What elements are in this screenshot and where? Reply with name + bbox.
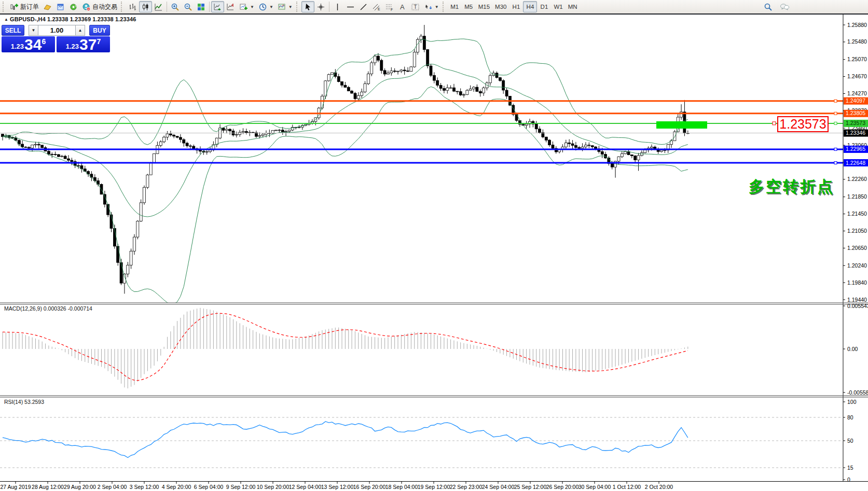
market-depth-button[interactable] [41, 1, 54, 12]
svg-text:0.005543: 0.005543 [847, 303, 868, 309]
sell-button[interactable]: SELL [2, 25, 24, 36]
templates-dropdown-button[interactable]: ▼ [275, 1, 295, 12]
line-chart-button[interactable] [152, 1, 165, 12]
svg-text:1.25070: 1.25070 [847, 56, 867, 62]
channel-tool-button[interactable]: E [370, 1, 383, 12]
svg-text:1.24270: 1.24270 [847, 90, 867, 96]
market-depth-icon [43, 3, 52, 11]
toolbar-separator [167, 2, 167, 12]
svg-text:1.24670: 1.24670 [847, 73, 867, 79]
bar-chart-icon [128, 3, 137, 11]
buy-price-big: 37 [79, 37, 97, 52]
search-button[interactable] [762, 1, 775, 12]
crosshair-tool-button[interactable] [314, 1, 327, 12]
toolbar-separator [329, 2, 329, 12]
zoom-in-button[interactable] [169, 1, 182, 12]
volume-input[interactable] [38, 25, 75, 36]
tile-windows-button[interactable] [195, 1, 208, 12]
svg-text:80: 80 [847, 414, 853, 420]
svg-text:19 Sep 12:00: 19 Sep 12:00 [418, 484, 450, 490]
horizontal-line-icon [346, 3, 355, 11]
buy-button[interactable]: BUY [89, 25, 110, 36]
periods-dropdown-button[interactable]: ▼ [256, 1, 275, 12]
timeframe-h1-button[interactable]: H1 [509, 1, 523, 12]
chart-canvas[interactable]: 1.258801.254801.250701.246701.242701.238… [0, 15, 868, 491]
symbol-header: ▲GBPUSD-,H4 1.23338 1.23369 1.23338 1.23… [4, 16, 136, 22]
svg-text:1.25880: 1.25880 [847, 22, 867, 28]
timeframe-w1-button[interactable]: W1 [551, 1, 565, 12]
svg-text:28 Aug 12:00: 28 Aug 12:00 [32, 484, 64, 490]
svg-text:1.22648: 1.22648 [846, 160, 865, 166]
text-label-icon: T [411, 3, 420, 11]
svg-text:1.19440: 1.19440 [847, 297, 867, 303]
svg-text:1.23346: 1.23346 [846, 130, 865, 136]
horizontal-line-tool-button[interactable] [344, 1, 357, 12]
volume-decrease-button[interactable]: ▼ [29, 25, 38, 36]
svg-text:15: 15 [847, 465, 853, 471]
timeframe-d1-button[interactable]: D1 [537, 1, 551, 12]
autotrading-label: 自动交易 [92, 3, 117, 11]
sell-price-big: 34 [24, 37, 42, 52]
vertical-line-tool-button[interactable] [331, 1, 344, 12]
symbol-ohlc-text: GBPUSD-,H4 1.23338 1.23369 1.23338 1.233… [10, 16, 136, 22]
new-order-button[interactable]: 新订单 [8, 1, 41, 12]
volume-increase-button[interactable]: ▲ [75, 25, 85, 36]
arrows-dropdown-button[interactable]: ▼ [422, 1, 441, 12]
svg-text:10 Sep 20:00: 10 Sep 20:00 [257, 484, 290, 490]
svg-text:0.00: 0.00 [847, 346, 858, 352]
svg-text:100: 100 [847, 399, 857, 405]
data-window-button[interactable] [54, 1, 67, 12]
text-label-tool-button[interactable]: T [409, 1, 422, 12]
arrow-objects-icon [424, 3, 433, 11]
svg-text:A: A [400, 3, 405, 11]
timeframe-m15-button[interactable]: M15 [476, 1, 492, 12]
svg-text:24 Sep 04:00: 24 Sep 04:00 [482, 484, 515, 490]
toolbar-grip [296, 2, 300, 12]
text-tool-button[interactable]: A [396, 1, 409, 12]
svg-text:25 Sep 12:00: 25 Sep 12:00 [514, 484, 547, 490]
indicators-icon [239, 3, 248, 11]
symbol-collapse-icon[interactable]: ▲ [4, 17, 8, 22]
auto-scroll-button[interactable] [211, 1, 224, 12]
turning-point-annotation: 多空转折点 [749, 176, 834, 198]
chat-button[interactable] [778, 1, 792, 12]
sell-quote-button[interactable]: 1.23346 [2, 36, 55, 52]
timeframe-mn-button[interactable]: MN [566, 1, 580, 12]
svg-text:12 Sep 04:00: 12 Sep 04:00 [289, 484, 322, 490]
svg-text:18 Sep 04:00: 18 Sep 04:00 [385, 484, 418, 490]
svg-text:3 Sep 12:00: 3 Sep 12:00 [130, 484, 159, 490]
strategy-navigator-button[interactable] [67, 1, 80, 12]
sell-price-small: 1.23 [11, 43, 24, 50]
svg-text:9 Sep 12:00: 9 Sep 12:00 [226, 484, 256, 490]
svg-text:16 Sep 20:00: 16 Sep 20:00 [353, 484, 386, 490]
search-icon [764, 3, 773, 11]
chat-icon [780, 3, 790, 11]
bar-chart-button[interactable] [126, 1, 139, 12]
svg-text:-0.005583: -0.005583 [847, 389, 868, 396]
trendline-tool-button[interactable] [357, 1, 370, 12]
svg-text:1.20650: 1.20650 [847, 245, 867, 251]
chart-shift-icon [226, 3, 235, 11]
buy-quote-button[interactable]: 1.23377 [57, 36, 110, 52]
autotrading-icon [82, 3, 91, 11]
timeframe-m30-button[interactable]: M30 [492, 1, 509, 12]
indicators-dropdown-button[interactable]: ▼ [237, 1, 256, 12]
svg-text:1.22965: 1.22965 [846, 146, 865, 152]
timeframe-m1-button[interactable]: M1 [448, 1, 462, 12]
equidistant-channel-icon: E [372, 3, 381, 11]
periods-clock-icon [258, 3, 267, 11]
buy-price-small: 1.23 [66, 43, 79, 50]
price-callout-box: 1.23573 [777, 116, 829, 132]
svg-text:22 Sep 23:00: 22 Sep 23:00 [450, 484, 483, 490]
svg-text:1.22260: 1.22260 [847, 176, 867, 182]
autotrading-button[interactable]: 自动交易 [80, 1, 119, 12]
cursor-icon [304, 3, 312, 11]
timeframe-h4-button[interactable]: H4 [523, 1, 537, 12]
timeframe-m5-button[interactable]: M5 [462, 1, 476, 12]
cursor-tool-button[interactable] [301, 1, 314, 12]
chart-shift-button[interactable] [224, 1, 237, 12]
fibonacci-tool-button[interactable]: F [383, 1, 396, 12]
zoom-out-button[interactable] [182, 1, 195, 12]
candle-chart-button[interactable] [139, 1, 152, 12]
candle-chart-icon [141, 3, 150, 11]
